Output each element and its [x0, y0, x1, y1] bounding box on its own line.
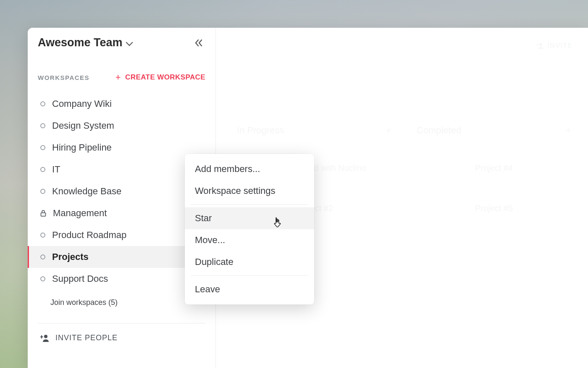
circle-icon: [40, 276, 45, 281]
svg-point-1: [44, 335, 47, 338]
svg-point-2: [540, 43, 543, 46]
circle-icon: [40, 233, 45, 238]
person-add-icon: [536, 42, 544, 49]
invite-people-label: INVITE PEOPLE: [55, 334, 118, 342]
sidebar-header: Awesome Team: [28, 28, 215, 54]
chevrons-left-icon: [194, 39, 203, 47]
sidebar-item-label: Support Docs: [52, 273, 108, 284]
workspaces-label: WORKSPACES: [38, 74, 89, 81]
app-window: Awesome Team WORKSPACES + CREATE WORKSPA…: [28, 28, 588, 368]
menu-item-leave[interactable]: Leave: [185, 278, 314, 300]
plus-icon: +: [116, 73, 121, 82]
invite-button[interactable]: INVITE: [536, 42, 573, 50]
invite-label: INVITE: [547, 42, 573, 50]
menu-item-move[interactable]: Move...: [185, 229, 314, 251]
workspace-context-menu: Add members...Workspace settingsStarMove…: [185, 154, 314, 304]
board-column: Completed+Project #4Project #5: [417, 124, 571, 234]
menu-item-workspace-settings[interactable]: Workspace settings: [185, 180, 314, 202]
sidebar-item-label: Projects: [52, 252, 89, 262]
chevron-down-icon: [127, 41, 133, 47]
sidebar-item-design-system[interactable]: Design System: [28, 115, 215, 137]
menu-separator: [191, 204, 308, 205]
sidebar-item-label: Hiring Pipeline: [52, 142, 112, 153]
column-title: In Progress: [237, 125, 284, 136]
menu-item-add-members[interactable]: Add members...: [185, 158, 314, 180]
menu-item-duplicate[interactable]: Duplicate: [185, 251, 314, 273]
board-card[interactable]: Project #5: [417, 193, 571, 223]
team-name: Awesome Team: [38, 36, 123, 49]
circle-icon: [40, 101, 45, 106]
menu-separator: [191, 275, 308, 276]
circle-icon: [40, 145, 45, 150]
person-add-icon: [40, 334, 50, 342]
workspaces-section-header: WORKSPACES + CREATE WORKSPACE: [28, 54, 215, 89]
invite-people-button[interactable]: INVITE PEOPLE: [28, 323, 215, 352]
column-title: Completed: [417, 125, 461, 136]
sidebar-item-label: Product Roadmap: [52, 230, 126, 241]
svg-rect-0: [41, 213, 46, 216]
sidebar-item-label: Knowledge Base: [52, 186, 121, 197]
sidebar-item-label: Design System: [52, 120, 114, 131]
team-switcher[interactable]: Awesome Team: [38, 36, 133, 49]
column-header[interactable]: In Progress+: [237, 124, 391, 136]
circle-icon: [40, 123, 45, 128]
board-card[interactable]: Project #4: [417, 153, 571, 183]
plus-icon[interactable]: +: [386, 124, 391, 136]
lock-icon: [40, 210, 46, 217]
collapse-sidebar-button[interactable]: [192, 37, 205, 49]
plus-icon[interactable]: +: [565, 124, 571, 136]
join-workspaces-label: Join workspaces (5): [50, 298, 118, 307]
menu-item-star[interactable]: Star: [185, 207, 314, 229]
sidebar-item-label: Management: [53, 208, 107, 219]
sidebar-item-label: Company Wiki: [52, 98, 112, 109]
column-header[interactable]: Completed+: [417, 124, 571, 136]
sidebar-item-company-wiki[interactable]: Company Wiki: [28, 93, 215, 115]
sidebar-item-label: IT: [52, 164, 60, 175]
create-workspace-button[interactable]: + CREATE WORKSPACE: [116, 73, 205, 82]
circle-icon: [40, 189, 45, 194]
create-workspace-label: CREATE WORKSPACE: [125, 73, 205, 82]
circle-icon: [40, 254, 45, 259]
circle-icon: [40, 167, 45, 172]
